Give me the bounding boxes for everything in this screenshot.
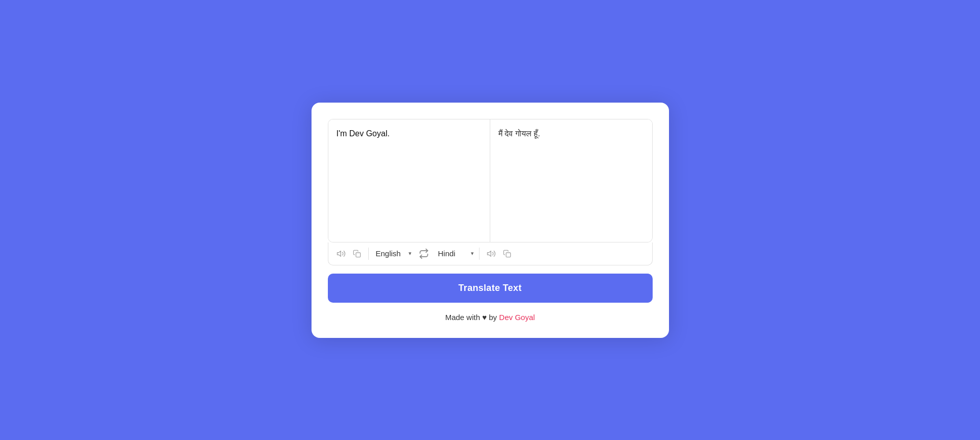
footer-author: Dev Goyal: [499, 313, 535, 322]
footer-text: Made with ♥ by: [445, 313, 499, 322]
svg-marker-0: [337, 251, 341, 256]
translator-card: I'm Dev Goyal. मैं देव गोयल हूँ. English: [312, 103, 669, 338]
divider-right: [479, 248, 480, 260]
volume-left-button[interactable]: [334, 247, 348, 260]
translate-button[interactable]: Translate Text: [328, 274, 653, 303]
translated-output: मैं देव गोयल हूँ.: [490, 119, 652, 242]
svg-rect-3: [506, 253, 511, 257]
source-language-wrapper: English Spanish French German Chinese ▾: [374, 248, 412, 259]
divider-left: [368, 248, 369, 260]
swap-languages-button[interactable]: [415, 247, 433, 261]
volume-right-button[interactable]: [485, 247, 498, 260]
svg-rect-1: [356, 253, 361, 257]
target-language-chevron: ▾: [471, 250, 474, 257]
svg-marker-2: [487, 251, 491, 256]
source-language-select[interactable]: English Spanish French German Chinese: [374, 248, 407, 259]
copy-right-button[interactable]: [501, 248, 513, 260]
copy-left-button[interactable]: [351, 248, 363, 260]
controls-bar: English Spanish French German Chinese ▾ …: [328, 242, 653, 265]
target-language-wrapper: Hindi Spanish French German Chinese ▾: [436, 248, 474, 259]
source-textarea[interactable]: I'm Dev Goyal.: [328, 119, 491, 242]
footer: Made with ♥ by Dev Goyal: [328, 313, 653, 322]
target-language-select[interactable]: Hindi Spanish French German Chinese: [436, 248, 469, 259]
text-areas-container: I'm Dev Goyal. मैं देव गोयल हूँ.: [328, 119, 653, 242]
source-language-chevron: ▾: [409, 250, 412, 257]
